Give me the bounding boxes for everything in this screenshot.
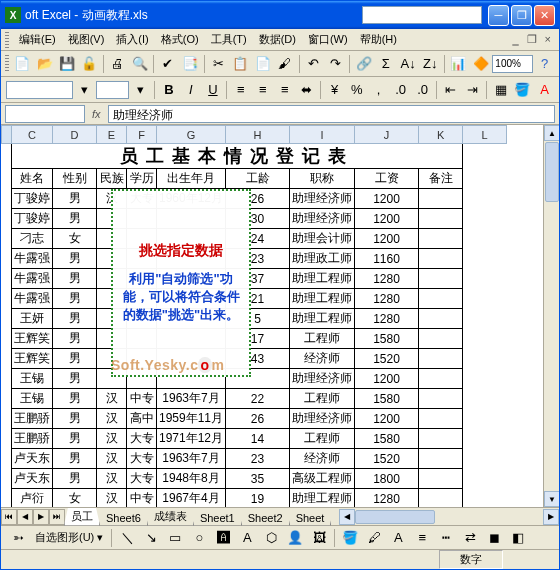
cell[interactable] <box>157 369 226 389</box>
cell[interactable]: 汉 <box>97 449 127 469</box>
new-button[interactable]: 📄 <box>12 53 33 75</box>
cell[interactable]: 男 <box>53 409 97 429</box>
oval-button[interactable]: ○ <box>188 527 210 549</box>
cell[interactable]: 1280 <box>355 309 419 329</box>
cell[interactable]: 男 <box>53 269 97 289</box>
cell[interactable]: 助理工程师 <box>290 289 355 309</box>
cell[interactable] <box>419 489 463 508</box>
wordart-button[interactable]: A <box>236 527 258 549</box>
decrease-decimal-button[interactable]: .0 <box>412 79 433 101</box>
cell[interactable]: 汉 <box>97 489 127 508</box>
cell[interactable]: 牛露强 <box>12 249 53 269</box>
cell[interactable]: 王辉笑 <box>12 329 53 349</box>
cell[interactable]: 助理经济师 <box>290 409 355 429</box>
line-button[interactable]: ＼ <box>116 527 138 549</box>
tab-next-button[interactable]: ▶ <box>33 509 49 525</box>
sort-desc-button[interactable]: Z↓ <box>420 53 441 75</box>
cell[interactable]: 男 <box>53 369 97 389</box>
cell[interactable] <box>97 269 127 289</box>
cell[interactable]: 1963年7月 <box>157 449 226 469</box>
cell[interactable] <box>419 349 463 369</box>
cell[interactable]: 男 <box>53 329 97 349</box>
scroll-up-icon[interactable]: ▲ <box>544 125 559 141</box>
col-header-J[interactable]: J <box>355 126 419 144</box>
cell[interactable]: 26 <box>226 189 290 209</box>
drawing-button[interactable]: 🔶 <box>470 53 491 75</box>
cell[interactable]: 中专 <box>127 489 157 508</box>
cell[interactable]: 17 <box>226 329 290 349</box>
cell[interactable] <box>419 289 463 309</box>
cell[interactable] <box>419 249 463 269</box>
cell[interactable]: 1959年11月 <box>157 409 226 429</box>
cell[interactable] <box>127 269 157 289</box>
sheet-tab[interactable]: 员工 <box>64 508 100 526</box>
cell[interactable]: 汉 <box>97 469 127 489</box>
worksheet-grid[interactable]: CDEFGHIJKL员工基本情况登记表姓名性别民族学历出生年月工龄职称工资备注丁… <box>1 125 543 507</box>
line-style-button[interactable]: ≡ <box>411 527 433 549</box>
save-button[interactable]: 💾 <box>56 53 77 75</box>
zoom-select[interactable]: 100% <box>492 55 533 73</box>
cell[interactable]: 1200 <box>355 189 419 209</box>
cell[interactable]: 助理政工师 <box>290 249 355 269</box>
cell[interactable]: 22 <box>226 389 290 409</box>
dash-style-button[interactable]: ┅ <box>435 527 457 549</box>
cell[interactable]: 1160 <box>355 249 419 269</box>
cell[interactable]: 1580 <box>355 389 419 409</box>
tab-prev-button[interactable]: ◀ <box>17 509 33 525</box>
cell[interactable] <box>419 409 463 429</box>
maximize-button[interactable]: ❐ <box>511 5 532 26</box>
col-header-K[interactable]: K <box>419 126 463 144</box>
cell[interactable] <box>419 209 463 229</box>
cell[interactable]: 1520 <box>355 449 419 469</box>
cell[interactable] <box>419 329 463 349</box>
open-button[interactable]: 📂 <box>34 53 55 75</box>
cell[interactable] <box>97 309 127 329</box>
sort-asc-button[interactable]: A↓ <box>397 53 418 75</box>
rectangle-button[interactable]: ▭ <box>164 527 186 549</box>
cell[interactable]: 23 <box>226 449 290 469</box>
autosum-button[interactable]: Σ <box>375 53 396 75</box>
cell[interactable] <box>419 389 463 409</box>
underline-button[interactable]: U <box>202 79 223 101</box>
cell[interactable] <box>157 329 226 349</box>
cell[interactable]: 1200 <box>355 369 419 389</box>
select-all[interactable] <box>2 126 12 144</box>
cell[interactable]: 5 <box>226 309 290 329</box>
cell[interactable] <box>419 269 463 289</box>
format-painter-button[interactable]: 🖌 <box>274 53 295 75</box>
cell[interactable] <box>97 349 127 369</box>
menu-view[interactable]: 视图(V) <box>62 30 111 49</box>
cell[interactable] <box>127 309 157 329</box>
cell[interactable]: 王鹏骄 <box>12 429 53 449</box>
cell[interactable]: 王锡 <box>12 389 53 409</box>
menu-data[interactable]: 数据(D) <box>253 30 302 49</box>
font-color-button[interactable]: A <box>534 79 555 101</box>
cell[interactable]: 1200 <box>355 229 419 249</box>
sheet-tab[interactable]: Sheet2 <box>241 511 290 526</box>
cell[interactable]: 1963年7月 <box>157 389 226 409</box>
cell[interactable]: 男 <box>53 309 97 329</box>
dropdown-icon[interactable]: ▾ <box>130 79 151 101</box>
cell[interactable]: 卢天东 <box>12 469 53 489</box>
percent-button[interactable]: % <box>346 79 367 101</box>
cell[interactable] <box>157 349 226 369</box>
cell[interactable] <box>419 189 463 209</box>
cell[interactable]: 卢天东 <box>12 449 53 469</box>
research-button[interactable]: 📑 <box>179 53 200 75</box>
menu-edit[interactable]: 编辑(E) <box>13 30 62 49</box>
cell[interactable] <box>127 369 157 389</box>
cell[interactable]: 1520 <box>355 349 419 369</box>
col-header-E[interactable]: E <box>97 126 127 144</box>
cell[interactable]: 大专 <box>127 449 157 469</box>
chart-button[interactable]: 📊 <box>448 53 469 75</box>
cell[interactable]: 牛露强 <box>12 289 53 309</box>
col-header-F[interactable]: F <box>127 126 157 144</box>
cell[interactable]: 1960年12月 <box>157 189 226 209</box>
col-header-G[interactable]: G <box>157 126 226 144</box>
align-center-button[interactable]: ≡ <box>252 79 273 101</box>
cell[interactable]: 王鹏骄 <box>12 409 53 429</box>
scroll-left-icon[interactable]: ◀ <box>339 509 355 525</box>
bold-button[interactable]: B <box>158 79 179 101</box>
merge-button[interactable]: ⬌ <box>296 79 317 101</box>
cell[interactable]: 1580 <box>355 329 419 349</box>
